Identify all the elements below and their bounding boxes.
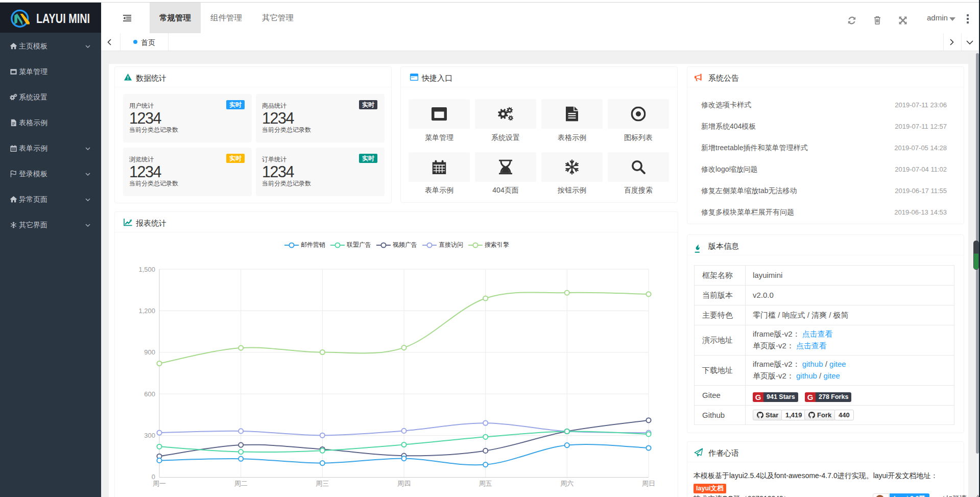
svg-text:周三: 周三 <box>316 480 329 487</box>
svg-text:周一: 周一 <box>153 480 166 487</box>
svg-text:周五: 周五 <box>479 480 492 487</box>
svg-text:周六: 周六 <box>560 480 573 487</box>
svg-text:1,200: 1,200 <box>138 307 155 315</box>
svg-text:600: 600 <box>144 390 155 398</box>
svg-text:1,500: 1,500 <box>138 266 155 273</box>
svg-text:周四: 周四 <box>397 480 411 487</box>
svg-text:周二: 周二 <box>234 480 248 487</box>
svg-text:300: 300 <box>144 432 155 439</box>
svg-text:周日: 周日 <box>642 480 655 487</box>
svg-text:900: 900 <box>144 348 155 356</box>
svg-text:LAYUI MINI: LAYUI MINI <box>36 11 90 26</box>
